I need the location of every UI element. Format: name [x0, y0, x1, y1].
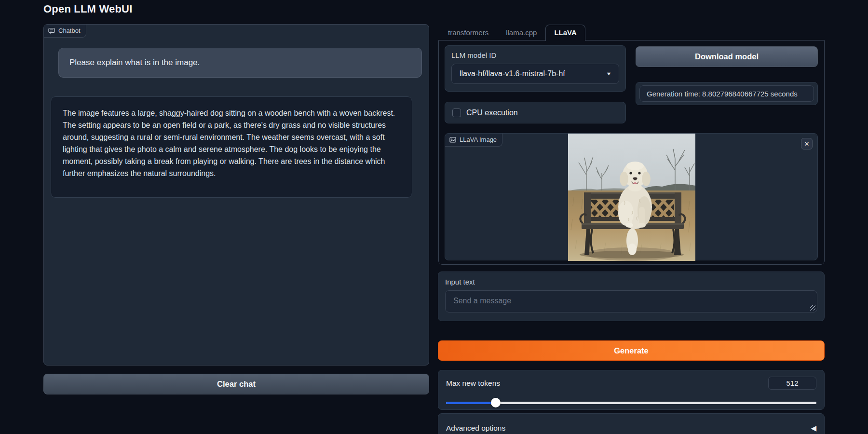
llm-model-id-label: LLM model ID — [451, 51, 619, 59]
llava-image-label: LLaVA Image — [445, 134, 502, 147]
chatbot-panel-label-text: Chatbot — [58, 27, 81, 34]
generation-time-text: Generation time: 8.802796840667725 secon… — [639, 85, 814, 102]
dog-on-bench-photo — [568, 134, 695, 261]
cpu-execution-group: CPU execution — [445, 102, 626, 123]
accordion-collapsed-icon[interactable]: ◀ — [811, 423, 816, 433]
slider-handle[interactable] — [491, 398, 501, 407]
llm-model-id-value: llava-hf/llava-v1.6-mistral-7b-hf — [460, 69, 607, 78]
clear-chat-button[interactable]: Clear chat — [43, 374, 429, 394]
cpu-execution-label[interactable]: CPU execution — [466, 108, 518, 117]
chat-user-message-text: Please explain what is in the image. — [69, 58, 200, 68]
llava-image-group: LLaVA Image ✕ — [445, 133, 818, 260]
input-text-group: Input text — [438, 271, 825, 321]
image-icon — [449, 136, 456, 143]
message-input[interactable] — [446, 291, 817, 312]
llm-model-id-dropdown[interactable]: llava-hf/llava-v1.6-mistral-7b-hf ▼ — [451, 64, 619, 84]
chatbot-panel[interactable]: Chatbot Please explain what is in the im… — [43, 24, 429, 366]
generate-button[interactable]: Generate — [438, 340, 825, 361]
max-new-tokens-input[interactable] — [768, 377, 816, 390]
caret-down-icon: ▼ — [606, 71, 611, 76]
chat-bot-message: The image features a large, shaggy-haire… — [51, 96, 412, 198]
max-new-tokens-slider[interactable] — [446, 398, 816, 407]
llava-image-label-text: LLaVA Image — [460, 136, 497, 143]
llm-model-id-group: LLM model ID llava-hf/llava-v1.6-mistral… — [445, 45, 626, 92]
tab-llama-cpp[interactable]: llama.cpp — [497, 25, 545, 41]
chat-user-message: Please explain what is in the image. — [58, 48, 422, 78]
slider-fill — [446, 402, 496, 404]
generation-time-group: Generation time: 8.802796840667725 secon… — [636, 82, 818, 105]
tab-transformers[interactable]: transformers — [439, 25, 497, 41]
chat-bot-message-text: The image features a large, shaggy-haire… — [63, 109, 395, 177]
tab-llava[interactable]: LLaVA — [545, 25, 585, 41]
chatbot-panel-label: Chatbot — [44, 25, 86, 38]
page-title: Open LLM WebUI — [43, 3, 133, 15]
close-icon[interactable]: ✕ — [801, 138, 813, 149]
advanced-options-accordion[interactable]: Advanced options ◀ — [438, 413, 825, 434]
chat-icon — [48, 27, 55, 34]
advanced-options-label: Advanced options — [446, 423, 505, 433]
input-textarea-wrap — [445, 290, 817, 312]
input-text-label: Input text — [445, 278, 817, 286]
slider-track[interactable] — [446, 402, 816, 404]
max-new-tokens-group: Max new tokens — [438, 370, 825, 410]
llava-image-photo[interactable] — [568, 134, 695, 261]
max-new-tokens-label: Max new tokens — [446, 379, 500, 388]
download-model-button[interactable]: Download model — [636, 46, 818, 67]
tab-bar: transformers llama.cpp LLaVA — [438, 25, 825, 41]
cpu-execution-checkbox[interactable] — [452, 108, 461, 117]
